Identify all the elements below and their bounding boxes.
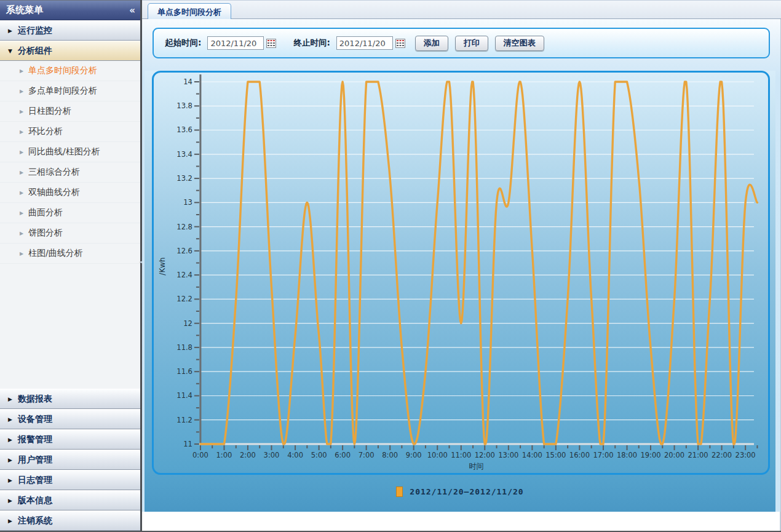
sidebar-section-label: 用户管理 [18,455,52,466]
start-calendar-button[interactable] [266,39,276,48]
svg-text:1:00: 1:00 [216,451,232,459]
submenu-item-label: 柱图/曲线分析 [28,248,83,259]
svg-text:0:00: 0:00 [192,451,208,459]
svg-text:14:00: 14:00 [522,451,542,459]
sidebar-section-bottom-6[interactable]: ▶注销系统 [0,510,140,531]
sidebar-section-label: 注销系统 [18,515,52,526]
svg-text:19:00: 19:00 [640,451,660,459]
calendar-icon [266,39,276,48]
start-time-label: 起始时间: [165,38,201,49]
sidebar-submenu-item-4[interactable]: ▶同比曲线/柱图分析 [0,142,140,162]
sidebar: 系统菜单 « ▶运行监控▼分析组件 ▶单点多时间段分析▶多点单时间段分析▶日柱图… [0,0,140,531]
chevron-right-icon: ▶ [20,251,28,256]
svg-text:13.8: 13.8 [176,101,192,110]
svg-text:11: 11 [183,440,192,448]
svg-text:18:00: 18:00 [617,451,637,459]
clear-chart-button[interactable]: 清空图表 [495,36,544,51]
caret-down-icon: ▼ [8,48,18,54]
submenu-item-label: 曲面分析 [28,207,63,218]
main-panel: 单点多时间段分析 起始时间: 终止时间: 添加打印清空图表 1111.211.4… [142,0,781,531]
sidebar-top-sections: ▶运行监控▼分析组件 [0,20,140,61]
sidebar-submenu-item-3[interactable]: ▶环比分析 [0,122,140,142]
chevron-right-icon: ▶ [20,190,28,196]
svg-text:11.6: 11.6 [176,367,192,376]
caret-right-icon: ▶ [8,416,18,423]
svg-text:4:00: 4:00 [287,451,303,459]
sidebar-section-top-1[interactable]: ▼分析组件 [0,41,140,61]
collapse-sidebar-button[interactable]: « [129,5,134,16]
chevron-right-icon: ▶ [20,170,28,175]
content-area: 起始时间: 终止时间: 添加打印清空图表 1111.211.411.611.81… [142,19,781,531]
svg-text:时间: 时间 [469,462,483,470]
sidebar-section-label: 分析组件 [18,46,52,57]
sidebar-section-label: 数据报表 [18,394,52,405]
caret-right-icon: ▶ [8,457,18,463]
toolbar-buttons: 添加打印清空图表 [415,36,544,51]
submenu-item-label: 饼图分析 [28,228,63,239]
sidebar-submenu: ▶单点多时间段分析▶多点单时间段分析▶日柱图分析▶环比分析▶同比曲线/柱图分析▶… [0,61,140,264]
end-time-input[interactable] [336,36,393,50]
sidebar-title: 系统菜单 [6,4,129,16]
sidebar-spacer [0,264,140,389]
svg-text:15:00: 15:00 [545,451,566,459]
sidebar-submenu-item-5[interactable]: ▶三相综合分析 [0,162,140,183]
toolbar: 起始时间: 终止时间: 添加打印清空图表 [153,28,770,58]
svg-text:12.2: 12.2 [176,295,192,303]
sidebar-submenu-item-7[interactable]: ▶曲面分析 [0,203,140,223]
sidebar-header: 系统菜单 « [0,1,140,20]
add-button[interactable]: 添加 [415,36,448,51]
svg-text:9:00: 9:00 [406,451,422,459]
submenu-item-label: 双轴曲线分析 [28,187,80,198]
chevron-right-icon: ▶ [20,89,28,94]
sidebar-section-bottom-0[interactable]: ▶数据报表 [0,389,140,409]
submenu-item-label: 多点单时间段分析 [28,85,97,97]
submenu-item-label: 单点多时间段分析 [28,65,97,76]
svg-text:20:00: 20:00 [664,451,684,459]
sidebar-submenu-item-6[interactable]: ▶双轴曲线分析 [0,183,140,203]
svg-text:17:00: 17:00 [593,451,613,459]
sidebar-submenu-item-9[interactable]: ▶柱图/曲线分析 [0,244,140,264]
sidebar-section-top-0[interactable]: ▶运行监控 [0,20,140,41]
sidebar-submenu-item-2[interactable]: ▶日柱图分析 [0,101,140,122]
caret-right-icon: ▶ [8,437,18,443]
legend-swatch [396,486,403,497]
chevron-right-icon: ▶ [20,149,28,155]
sidebar-section-bottom-1[interactable]: ▶设备管理 [0,409,140,429]
svg-text:3:00: 3:00 [264,451,280,459]
sidebar-section-bottom-4[interactable]: ▶日志管理 [0,470,140,490]
footer-strip [142,512,780,531]
sidebar-section-label: 设备管理 [18,414,52,425]
svg-text:13:00: 13:00 [498,451,518,459]
svg-text:12:00: 12:00 [475,451,495,459]
svg-text:7:00: 7:00 [359,451,375,459]
svg-text:11.4: 11.4 [176,391,192,400]
svg-text:11.8: 11.8 [176,343,192,352]
end-time-label: 终止时间: [293,38,330,49]
svg-text:14: 14 [183,77,192,86]
start-time-input[interactable] [207,36,264,50]
print-button[interactable]: 打印 [455,36,488,51]
end-calendar-button[interactable] [395,39,405,48]
sidebar-submenu-item-1[interactable]: ▶多点单时间段分析 [0,81,140,101]
sidebar-section-bottom-2[interactable]: ▶报警管理 [0,429,140,450]
sidebar-section-bottom-3[interactable]: ▶用户管理 [0,450,140,470]
svg-text:12: 12 [183,319,192,328]
svg-text:12.8: 12.8 [176,223,192,231]
submenu-item-label: 三相综合分析 [28,167,80,178]
sidebar-section-bottom-5[interactable]: ▶版本信息 [0,490,140,510]
sidebar-section-label: 版本信息 [18,495,52,506]
sidebar-submenu-item-8[interactable]: ▶饼图分析 [0,223,140,244]
svg-text:2:00: 2:00 [240,451,256,459]
svg-text:16:00: 16:00 [569,451,590,459]
caret-right-icon: ▶ [8,396,18,402]
tab-label: 单点多时间段分析 [157,7,221,17]
svg-text:23:00: 23:00 [735,451,756,459]
chart-legend: 2012/11/20—2012/11/20 [145,486,775,497]
sidebar-section-label: 报警管理 [18,434,52,445]
sidebar-submenu-item-0[interactable]: ▶单点多时间段分析 [0,61,140,81]
svg-text:13.4: 13.4 [176,150,192,159]
tab-single-point-multi-period[interactable]: 单点多时间段分析 [148,3,231,20]
chart-widget: 1111.211.411.611.81212.212.412.612.81313… [145,71,775,512]
chevron-right-icon: ▶ [20,109,28,114]
tab-strip: 单点多时间段分析 [142,0,781,19]
